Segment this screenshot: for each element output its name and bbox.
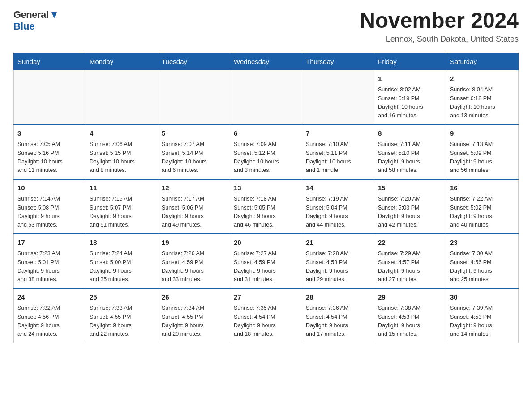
day-info: Sunrise: 7:19 AMSunset: 5:04 PMDaylight:… bbox=[306, 195, 370, 230]
calendar-header-row: SundayMondayTuesdayWednesdayThursdayFrid… bbox=[14, 53, 519, 70]
day-number: 7 bbox=[306, 128, 370, 139]
day-info: Sunrise: 7:09 AMSunset: 5:12 PMDaylight:… bbox=[234, 140, 298, 175]
day-info: Sunrise: 7:13 AMSunset: 5:09 PMDaylight:… bbox=[450, 140, 515, 175]
day-info: Sunrise: 7:06 AMSunset: 5:15 PMDaylight:… bbox=[90, 140, 154, 175]
day-info: Sunrise: 7:17 AMSunset: 5:06 PMDaylight:… bbox=[162, 195, 226, 230]
calendar-week-row: 3Sunrise: 7:05 AMSunset: 5:16 PMDaylight… bbox=[14, 124, 519, 179]
day-number: 10 bbox=[17, 183, 82, 193]
day-number: 13 bbox=[234, 183, 298, 193]
calendar-cell: 11Sunrise: 7:15 AMSunset: 5:07 PMDayligh… bbox=[86, 179, 158, 234]
calendar-cell: 24Sunrise: 7:32 AMSunset: 4:56 PMDayligh… bbox=[14, 288, 86, 343]
svg-marker-0 bbox=[51, 12, 57, 18]
day-info: Sunrise: 7:05 AMSunset: 5:16 PMDaylight:… bbox=[17, 140, 82, 175]
day-info: Sunrise: 7:22 AMSunset: 5:02 PMDaylight:… bbox=[450, 195, 515, 230]
day-number: 17 bbox=[17, 238, 82, 248]
day-info: Sunrise: 7:27 AMSunset: 4:59 PMDaylight:… bbox=[234, 249, 298, 284]
day-info: Sunrise: 7:15 AMSunset: 5:07 PMDaylight:… bbox=[90, 195, 154, 230]
calendar-cell: 17Sunrise: 7:23 AMSunset: 5:01 PMDayligh… bbox=[14, 234, 86, 288]
day-info: Sunrise: 7:39 AMSunset: 4:53 PMDaylight:… bbox=[450, 304, 515, 339]
day-number: 8 bbox=[378, 128, 442, 139]
calendar-week-row: 1Sunrise: 8:02 AMSunset: 6:19 PMDaylight… bbox=[14, 70, 519, 124]
day-number: 12 bbox=[162, 183, 226, 193]
day-info: Sunrise: 7:10 AMSunset: 5:11 PMDaylight:… bbox=[306, 140, 370, 175]
calendar-cell: 4Sunrise: 7:06 AMSunset: 5:15 PMDaylight… bbox=[86, 124, 158, 179]
day-info: Sunrise: 7:35 AMSunset: 4:54 PMDaylight:… bbox=[234, 304, 298, 339]
calendar-header-saturday: Saturday bbox=[446, 53, 519, 70]
location-text: Lennox, South Dakota, United States bbox=[360, 34, 519, 44]
day-info: Sunrise: 7:18 AMSunset: 5:05 PMDaylight:… bbox=[234, 195, 298, 230]
day-info: Sunrise: 7:07 AMSunset: 5:14 PMDaylight:… bbox=[162, 140, 226, 175]
calendar-cell: 13Sunrise: 7:18 AMSunset: 5:05 PMDayligh… bbox=[230, 179, 302, 234]
calendar-cell: 1Sunrise: 8:02 AMSunset: 6:19 PMDaylight… bbox=[374, 70, 446, 124]
day-number: 5 bbox=[162, 128, 226, 139]
calendar-cell: 20Sunrise: 7:27 AMSunset: 4:59 PMDayligh… bbox=[230, 234, 302, 288]
day-number: 9 bbox=[450, 128, 515, 139]
day-info: Sunrise: 7:20 AMSunset: 5:03 PMDaylight:… bbox=[378, 195, 442, 230]
calendar-header-friday: Friday bbox=[374, 53, 446, 70]
day-number: 28 bbox=[306, 292, 370, 303]
day-info: Sunrise: 7:28 AMSunset: 4:58 PMDaylight:… bbox=[306, 249, 370, 284]
day-number: 4 bbox=[90, 128, 154, 139]
calendar-table: SundayMondayTuesdayWednesdayThursdayFrid… bbox=[13, 53, 519, 343]
day-number: 27 bbox=[234, 292, 298, 303]
calendar-week-row: 10Sunrise: 7:14 AMSunset: 5:08 PMDayligh… bbox=[14, 179, 519, 234]
calendar-cell: 7Sunrise: 7:10 AMSunset: 5:11 PMDaylight… bbox=[302, 124, 374, 179]
day-number: 3 bbox=[17, 128, 82, 139]
calendar-cell: 22Sunrise: 7:29 AMSunset: 4:57 PMDayligh… bbox=[374, 234, 446, 288]
calendar-header-thursday: Thursday bbox=[302, 53, 374, 70]
calendar-cell: 2Sunrise: 8:04 AMSunset: 6:18 PMDaylight… bbox=[446, 70, 519, 124]
day-number: 18 bbox=[90, 238, 154, 248]
calendar-cell: 19Sunrise: 7:26 AMSunset: 4:59 PMDayligh… bbox=[158, 234, 230, 288]
calendar-header-wednesday: Wednesday bbox=[230, 53, 302, 70]
calendar-cell: 3Sunrise: 7:05 AMSunset: 5:16 PMDaylight… bbox=[14, 124, 86, 179]
day-number: 1 bbox=[378, 74, 442, 84]
day-number: 16 bbox=[450, 183, 515, 193]
month-title: November 2024 bbox=[360, 9, 519, 33]
calendar-week-row: 24Sunrise: 7:32 AMSunset: 4:56 PMDayligh… bbox=[14, 288, 519, 343]
calendar-cell: 10Sunrise: 7:14 AMSunset: 5:08 PMDayligh… bbox=[14, 179, 86, 234]
calendar-cell: 23Sunrise: 7:30 AMSunset: 4:56 PMDayligh… bbox=[446, 234, 519, 288]
page-header: General Blue November 2024 Lennox, South… bbox=[13, 9, 519, 44]
logo-triangle-icon bbox=[49, 10, 59, 20]
day-info: Sunrise: 7:14 AMSunset: 5:08 PMDaylight:… bbox=[17, 195, 82, 230]
calendar-cell: 14Sunrise: 7:19 AMSunset: 5:04 PMDayligh… bbox=[302, 179, 374, 234]
calendar-cell bbox=[158, 70, 230, 124]
logo: General Blue bbox=[13, 9, 59, 32]
day-number: 15 bbox=[378, 183, 442, 193]
day-number: 14 bbox=[306, 183, 370, 193]
calendar-cell: 12Sunrise: 7:17 AMSunset: 5:06 PMDayligh… bbox=[158, 179, 230, 234]
calendar-cell bbox=[230, 70, 302, 124]
day-info: Sunrise: 7:34 AMSunset: 4:55 PMDaylight:… bbox=[162, 304, 226, 339]
day-number: 23 bbox=[450, 238, 515, 248]
logo-blue-text: Blue bbox=[13, 21, 35, 32]
day-info: Sunrise: 7:23 AMSunset: 5:01 PMDaylight:… bbox=[17, 249, 82, 284]
calendar-cell: 8Sunrise: 7:11 AMSunset: 5:10 PMDaylight… bbox=[374, 124, 446, 179]
calendar-cell: 9Sunrise: 7:13 AMSunset: 5:09 PMDaylight… bbox=[446, 124, 519, 179]
day-info: Sunrise: 7:38 AMSunset: 4:53 PMDaylight:… bbox=[378, 304, 442, 339]
calendar-cell: 6Sunrise: 7:09 AMSunset: 5:12 PMDaylight… bbox=[230, 124, 302, 179]
day-number: 20 bbox=[234, 238, 298, 248]
calendar-cell: 5Sunrise: 7:07 AMSunset: 5:14 PMDaylight… bbox=[158, 124, 230, 179]
calendar-week-row: 17Sunrise: 7:23 AMSunset: 5:01 PMDayligh… bbox=[14, 234, 519, 288]
calendar-cell: 18Sunrise: 7:24 AMSunset: 5:00 PMDayligh… bbox=[86, 234, 158, 288]
day-info: Sunrise: 7:24 AMSunset: 5:00 PMDaylight:… bbox=[90, 249, 154, 284]
calendar-cell: 15Sunrise: 7:20 AMSunset: 5:03 PMDayligh… bbox=[374, 179, 446, 234]
calendar-cell: 29Sunrise: 7:38 AMSunset: 4:53 PMDayligh… bbox=[374, 288, 446, 343]
logo-general-text: General bbox=[13, 9, 48, 21]
day-number: 2 bbox=[450, 74, 515, 84]
day-number: 30 bbox=[450, 292, 515, 303]
calendar-cell: 21Sunrise: 7:28 AMSunset: 4:58 PMDayligh… bbox=[302, 234, 374, 288]
calendar-cell bbox=[86, 70, 158, 124]
day-number: 19 bbox=[162, 238, 226, 248]
calendar-cell: 27Sunrise: 7:35 AMSunset: 4:54 PMDayligh… bbox=[230, 288, 302, 343]
calendar-header-sunday: Sunday bbox=[14, 53, 86, 70]
day-number: 26 bbox=[162, 292, 226, 303]
day-info: Sunrise: 7:26 AMSunset: 4:59 PMDaylight:… bbox=[162, 249, 226, 284]
day-info: Sunrise: 7:32 AMSunset: 4:56 PMDaylight:… bbox=[17, 304, 82, 339]
calendar-header-monday: Monday bbox=[86, 53, 158, 70]
day-info: Sunrise: 7:30 AMSunset: 4:56 PMDaylight:… bbox=[450, 249, 515, 284]
day-number: 29 bbox=[378, 292, 442, 303]
day-info: Sunrise: 7:33 AMSunset: 4:55 PMDaylight:… bbox=[90, 304, 154, 339]
day-info: Sunrise: 8:04 AMSunset: 6:18 PMDaylight:… bbox=[450, 86, 515, 120]
day-info: Sunrise: 7:36 AMSunset: 4:54 PMDaylight:… bbox=[306, 304, 370, 339]
